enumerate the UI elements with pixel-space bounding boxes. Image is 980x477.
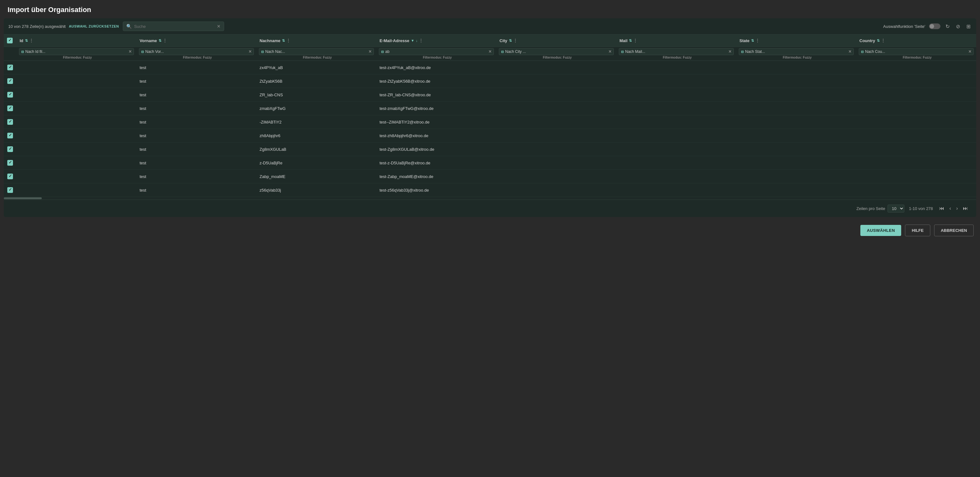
rows-per-page-select[interactable]: 10 25 50 [888,204,904,212]
cell-country [856,102,976,115]
filter-email-clear[interactable]: ✕ [488,49,492,54]
filter-nachname-input[interactable] [265,49,367,54]
filter-email-mode: Filtermodus: Fuzzy [379,55,494,59]
last-page-button[interactable]: ⏭ [961,204,970,212]
filter-city-clear[interactable]: ✕ [608,49,612,54]
col-country-menu-icon[interactable]: ⋮ [881,38,885,43]
filter-button[interactable]: ⊘ [955,22,961,31]
filter-state-input[interactable] [745,49,847,54]
filter-id-clear[interactable]: ✕ [129,49,132,54]
abbrechen-button[interactable]: ABBRECHEN [934,225,974,236]
cell-id [16,61,137,75]
col-id: Id ⇅ ⋮ [16,35,137,47]
auswahl-toggle[interactable] [929,24,940,29]
cell-country [856,170,976,183]
row-checkbox[interactable] [7,133,13,139]
filter-id-input[interactable] [25,49,127,54]
filter-mail-clear[interactable]: ✕ [729,49,732,54]
columns-button[interactable]: ⊞ [965,22,972,31]
search-box: 🔍 ✕ [123,22,224,31]
cell-id [16,183,137,197]
search-input[interactable] [134,24,214,29]
filter-nachname-clear[interactable]: ✕ [368,49,372,54]
col-checkbox [4,35,16,47]
cell-state [736,183,856,197]
toolbar-right: Auswahlfunktion 'Seite' ↻ ⊘ ⊞ [883,22,972,31]
filter-country-input[interactable] [865,49,967,54]
cell-id [16,129,137,142]
col-state-menu-icon[interactable]: ⋮ [756,38,759,43]
sort-email-icon[interactable]: ↓ [416,39,418,42]
cell-nachname: -ZiMABTiY2 [256,115,376,129]
selection-info: 10 von 278 Zeile(n) ausgewählt AUSWAHL Z… [8,24,119,29]
row-checkbox[interactable] [7,92,13,97]
cell-id [16,156,137,170]
row-checkbox[interactable] [7,146,13,152]
row-checkbox[interactable] [7,119,13,125]
refresh-button[interactable]: ↻ [944,22,951,31]
reset-selection-button[interactable]: AUSWAHL ZURÜCKSETZEN [69,24,119,28]
col-state: State ⇅ ⋮ [736,35,856,47]
col-vorname-menu-icon[interactable]: ⋮ [163,38,167,43]
cell-city [496,183,616,197]
filter-mail-mode: Filtermodus: Fuzzy [619,55,734,59]
col-email-label: E-Mail-Adresse [380,38,409,43]
filter-mail-icon: ⊟ [621,50,624,54]
cell-nachname: Zabp_moaME [256,170,376,183]
cell-city [496,115,616,129]
sort-vorname-icon[interactable]: ⇅ [159,39,161,43]
filter-state-clear[interactable]: ✕ [848,49,851,54]
row-checkbox[interactable] [7,160,13,166]
select-all-checkbox[interactable] [7,38,13,43]
filter-state-icon: ⊟ [741,50,743,54]
filter-email-input[interactable] [385,49,487,54]
col-city-menu-icon[interactable]: ⋮ [514,38,517,43]
row-checkbox[interactable] [7,105,13,111]
sort-city-icon[interactable]: ⇅ [509,39,512,43]
cell-id [16,75,137,88]
col-email-menu-icon[interactable]: ⋮ [419,38,423,43]
cell-vorname: test [137,183,256,197]
col-id-menu-icon[interactable]: ⋮ [29,38,33,43]
auswahlen-button[interactable]: AUSWÄHLEN [860,225,901,236]
hilfe-button[interactable]: HILFE [905,225,930,236]
filter-mail-cell: ⊟ ✕ Filtermodus: Fuzzy [616,47,736,61]
filter-vorname-clear[interactable]: ✕ [248,49,251,54]
row-checkbox[interactable] [7,187,13,193]
cell-email: test-ZR_lab-CNS@xitroo.de [376,88,496,102]
sort-id-icon[interactable]: ⇅ [25,39,28,43]
cell-nachname: z56qVab33j [256,183,376,197]
action-bar: AUSWÄHLEN HILFE ABBRECHEN [0,221,980,240]
filter-vorname-input[interactable] [145,49,247,54]
sort-state-icon[interactable]: ⇅ [751,39,754,43]
filter-country-clear[interactable]: ✕ [968,49,972,54]
horizontal-scrollbar[interactable] [4,197,976,199]
next-page-button[interactable]: › [955,204,960,212]
filter-email-icon: ⊟ [381,50,383,54]
filter-country-icon: ⊟ [861,50,864,54]
filter-city-input[interactable] [505,49,607,54]
filter-mail-input[interactable] [625,49,727,54]
col-nachname-menu-icon[interactable]: ⋮ [286,38,290,43]
table-row: testzh8Abpjhr6test-zh8Abpjhr6@xitroo.de [4,129,976,142]
row-checkbox[interactable] [7,174,13,179]
col-vorname-label: Vorname [140,38,157,43]
row-checkbox[interactable] [7,65,13,70]
prev-page-button[interactable]: ‹ [947,204,953,212]
cell-city [496,129,616,142]
col-city-label: City [500,38,508,43]
sort-mail-icon[interactable]: ⇅ [629,39,632,43]
cell-country [856,129,976,142]
filter-active-email-icon[interactable]: ▼ [411,39,414,42]
sort-country-icon[interactable]: ⇅ [877,39,880,43]
first-page-button[interactable]: ⏮ [937,204,946,212]
sort-nachname-icon[interactable]: ⇅ [282,39,285,43]
col-nachname: Nachname ⇅ ⋮ [256,35,376,47]
col-city: City ⇅ ⋮ [496,35,616,47]
col-mail-menu-icon[interactable]: ⋮ [633,38,637,43]
row-checkbox[interactable] [7,78,13,84]
col-country-label: Country [859,38,875,43]
rows-per-page-label: Zeilen pro Seite [856,206,885,211]
table-row: testZabp_moaMEtest-Zabp_moaME@xitroo.de [4,170,976,183]
search-clear-icon[interactable]: ✕ [217,24,221,29]
